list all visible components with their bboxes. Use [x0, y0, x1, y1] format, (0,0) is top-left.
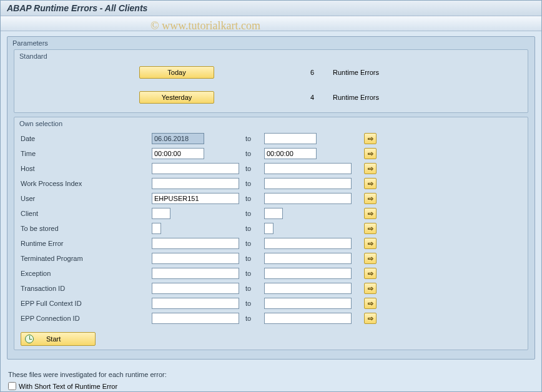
date-to-input[interactable] [264, 133, 317, 144]
host-range-button[interactable]: ⇨ [364, 163, 377, 174]
toolbar-strip [1, 16, 541, 31]
short-text-label: With Short Text of Runtime Error [19, 383, 117, 390]
arrow-right-icon: ⇨ [368, 165, 373, 173]
exception-range-button[interactable]: ⇨ [364, 268, 377, 279]
today-count: 6 [289, 69, 314, 76]
host-label: Host [21, 165, 152, 172]
arrow-right-icon: ⇨ [368, 240, 373, 248]
runtime-error-to-input[interactable] [264, 238, 352, 249]
transaction-id-range-button[interactable]: ⇨ [364, 283, 377, 294]
exception-from-input[interactable] [152, 268, 239, 279]
today-button[interactable]: Today [139, 66, 214, 79]
arrow-right-icon: ⇨ [368, 270, 373, 278]
standard-panel: Standard Today 6 Runtime Errors Yesterda… [14, 49, 528, 113]
exception-to-input[interactable] [264, 268, 352, 279]
wpi-from-input[interactable] [152, 178, 239, 189]
yesterday-text: Runtime Errors [333, 94, 379, 101]
wpi-range-button[interactable]: ⇨ [364, 178, 377, 189]
epp-full-context-id-label: EPP Full Context ID [21, 300, 152, 307]
epp-full-context-id-to-input[interactable] [264, 298, 352, 309]
titlebar: ABAP Runtime Errors - All Clients [1, 1, 541, 16]
transaction-id-to-input[interactable] [264, 283, 352, 294]
epp-connection-id-from-input[interactable] [152, 313, 239, 324]
arrow-right-icon: ⇨ [368, 285, 373, 293]
terminated-program-to-input[interactable] [264, 253, 352, 264]
time-to-input[interactable] [264, 148, 317, 159]
host-from-input[interactable] [152, 163, 239, 174]
yesterday-count: 4 [289, 94, 314, 101]
arrow-right-icon: ⇨ [368, 195, 373, 203]
transaction-id-label: Transaction ID [21, 285, 152, 292]
epp-connection-id-label: EPP Connection ID [21, 315, 152, 322]
standard-row-today: Today 6 Runtime Errors [14, 64, 528, 80]
epp-connection-id-to-input[interactable] [264, 313, 352, 324]
client-to-input[interactable] [264, 208, 283, 219]
arrow-right-icon: ⇨ [368, 135, 373, 143]
terminated-program-range-button[interactable]: ⇨ [364, 253, 377, 264]
stored-from-input[interactable] [152, 223, 161, 234]
epp-full-context-id-range-button[interactable]: ⇨ [364, 298, 377, 309]
stored-range-button[interactable]: ⇨ [364, 223, 377, 234]
page-title: ABAP Runtime Errors - All Clients [7, 3, 535, 13]
time-from-input[interactable] [152, 148, 204, 159]
standard-row-yesterday: Yesterday 4 Runtime Errors [14, 89, 528, 105]
arrow-right-icon: ⇨ [368, 210, 373, 218]
own-selection-panel: Own selection Date to ⇨ Time to ⇨ Host [14, 117, 528, 350]
user-range-button[interactable]: ⇨ [364, 193, 377, 204]
runtime-error-from-input[interactable] [152, 238, 239, 249]
parameters-panel: Parameters Standard Today 6 Runtime Erro… [7, 36, 535, 360]
wpi-label: Work Process Index [21, 180, 152, 187]
own-selection-title: Own selection [14, 117, 528, 131]
start-label: Start [46, 335, 61, 343]
arrow-right-icon: ⇨ [368, 315, 373, 323]
transaction-id-from-input[interactable] [152, 283, 239, 294]
start-button[interactable]: Start [21, 332, 96, 346]
arrow-right-icon: ⇨ [368, 255, 373, 263]
app-window: ABAP Runtime Errors - All Clients © www.… [0, 0, 542, 392]
client-range-button[interactable]: ⇨ [364, 208, 377, 219]
arrow-right-icon: ⇨ [368, 180, 373, 188]
host-to-input[interactable] [264, 163, 352, 174]
runtime-error-label: Runtime Error [21, 240, 152, 247]
terminated-program-from-input[interactable] [152, 253, 239, 264]
stored-label: To be stored [21, 225, 152, 232]
client-from-input[interactable] [152, 208, 170, 219]
arrow-right-icon: ⇨ [368, 225, 373, 233]
date-from-input[interactable] [152, 133, 204, 144]
terminated-program-label: Terminated Program [21, 255, 152, 262]
to-label: to [239, 135, 264, 142]
user-label: User [21, 195, 152, 202]
yesterday-button[interactable]: Yesterday [139, 91, 214, 104]
arrow-right-icon: ⇨ [368, 300, 373, 308]
wpi-to-input[interactable] [264, 178, 352, 189]
exception-label: Exception [21, 270, 152, 277]
short-text-checkbox[interactable] [8, 382, 16, 390]
epp-connection-id-range-button[interactable]: ⇨ [364, 313, 377, 324]
stored-to-input[interactable] [264, 223, 273, 234]
client-label: Client [21, 210, 152, 217]
standard-title: Standard [14, 50, 528, 64]
runtime-error-range-button[interactable]: ⇨ [364, 238, 377, 249]
date-range-button[interactable]: ⇨ [364, 133, 377, 144]
footer-text: These files were investigated for each r… [8, 371, 535, 378]
parameters-title: Parameters [7, 37, 535, 49]
date-label: Date [21, 135, 152, 142]
arrow-right-icon: ⇨ [368, 150, 373, 158]
user-to-input[interactable] [264, 193, 352, 204]
time-range-button[interactable]: ⇨ [364, 148, 377, 159]
epp-full-context-id-from-input[interactable] [152, 298, 239, 309]
user-from-input[interactable] [152, 193, 239, 204]
clock-icon [25, 335, 34, 343]
today-text: Runtime Errors [333, 69, 379, 76]
time-label: Time [21, 150, 152, 157]
